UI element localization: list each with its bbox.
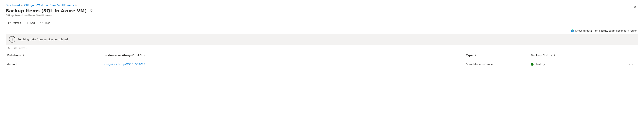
- col-database-label: Database: [7, 54, 21, 57]
- svg-point-10: [572, 30, 574, 31]
- sort-icon-instance: [143, 54, 145, 56]
- filter-label: Filter: [44, 21, 50, 24]
- col-database-sort[interactable]: [22, 54, 25, 56]
- pin-icon[interactable]: [90, 9, 93, 13]
- add-icon: [26, 22, 29, 24]
- col-type-sort[interactable]: [474, 54, 476, 56]
- close-button[interactable]: ×: [632, 4, 638, 10]
- svg-line-12: [10, 48, 11, 49]
- title-row: Backup Items (SQL in Azure VM): [6, 8, 638, 13]
- svg-rect-0: [91, 9, 92, 11]
- col-database: Database: [6, 53, 103, 58]
- col-backup-status-sort[interactable]: [553, 54, 556, 56]
- breadcrumb: Dashboard > CRRIgniteWorkloadDemoVaultPr…: [6, 4, 638, 7]
- refresh-button[interactable]: Refresh: [6, 20, 23, 26]
- info-icon: i: [9, 36, 16, 43]
- col-instance-sort[interactable]: [143, 54, 145, 56]
- filter-row: [6, 45, 638, 51]
- database-value: demodb: [7, 63, 18, 66]
- region-indicator: Showing data from eastus2euap (secondary…: [6, 28, 638, 34]
- more-actions-button[interactable]: ···: [628, 62, 634, 67]
- col-instance: Instance or AlwaysOn AG: [103, 53, 464, 58]
- col-backup-status: Backup Status: [529, 53, 626, 58]
- globe-icon: [571, 29, 574, 32]
- info-banner: i Fetching data from service completed.: [6, 34, 638, 45]
- instance-link[interactable]: crrignitesqlvmp\MSSQLSERVER: [104, 63, 145, 66]
- add-label: Add: [30, 21, 35, 24]
- table-header: Database Instance or AlwaysOn AG: [6, 51, 638, 59]
- backup-status-value: Healthy: [535, 63, 545, 66]
- cell-instance: crrignitesqlvmp\MSSQLSERVER: [103, 62, 464, 67]
- page-subtitle: CRRIgniteWorkloadDemoVaultPrimary: [6, 14, 638, 17]
- cell-database: demodb: [6, 62, 103, 67]
- page-container: Dashboard > CRRIgniteWorkloadDemoVaultPr…: [0, 0, 644, 136]
- breadcrumb-dashboard[interactable]: Dashboard: [6, 4, 20, 7]
- refresh-icon: [8, 22, 11, 24]
- refresh-label: Refresh: [12, 21, 21, 24]
- filter-input[interactable]: [12, 47, 636, 50]
- table-row: demodb crrignitesqlvmp\MSSQLSERVER Stand…: [6, 59, 638, 69]
- add-button[interactable]: Add: [24, 20, 37, 26]
- svg-marker-5: [40, 22, 43, 24]
- info-banner-text: Fetching data from service completed.: [18, 38, 68, 41]
- col-instance-label: Instance or AlwaysOn AG: [104, 54, 142, 57]
- col-type-label: Type: [466, 54, 473, 57]
- breadcrumb-sep-2: >: [75, 4, 77, 6]
- breadcrumb-vault[interactable]: CRRIgniteWorkloadDemoVaultPrimary: [24, 4, 74, 7]
- page-title: Backup Items (SQL in Azure VM): [6, 8, 87, 13]
- col-backup-status-label: Backup Status: [531, 54, 552, 57]
- col-type: Type: [464, 53, 529, 58]
- cell-backup-status: Healthy: [529, 62, 626, 67]
- breadcrumb-sep-1: >: [21, 4, 23, 6]
- sort-icon-status: [553, 54, 556, 56]
- filter-icon: [40, 22, 43, 24]
- toolbar: Refresh Add Filter: [6, 20, 638, 26]
- cell-more-actions: ···: [626, 61, 638, 68]
- region-text: Showing data from eastus2euap (secondary…: [575, 29, 638, 32]
- status-healthy: Healthy: [531, 63, 545, 66]
- sort-icon-database: [22, 54, 25, 56]
- status-dot-green: [531, 63, 534, 66]
- filter-button[interactable]: Filter: [38, 20, 52, 26]
- table-container: Database Instance or AlwaysOn AG: [6, 51, 638, 69]
- search-icon: [8, 47, 11, 50]
- type-value: Standalone Instance: [466, 63, 493, 66]
- sort-icon-type: [474, 54, 476, 56]
- cell-type: Standalone Instance: [464, 62, 529, 67]
- col-actions: [626, 53, 638, 58]
